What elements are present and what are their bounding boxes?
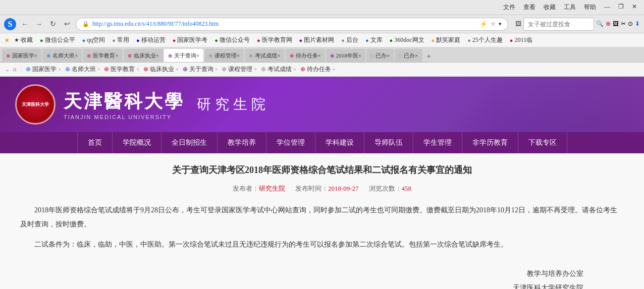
menu-file[interactable]: 文件 <box>500 2 518 13</box>
site-header: 天津医科大学 天津醫科大學 TIANJIN MEDICAL UNIVERSITY… <box>0 77 644 132</box>
title-bar: 文件 查看 收藏 工具 帮助 — ❐ ✕ <box>0 0 644 15</box>
menu-tools[interactable]: 工具 <box>561 2 579 13</box>
page-nav-mingshi[interactable]: ⊕ 名师大班 × <box>65 65 100 74</box>
window-minimize[interactable]: — <box>601 2 613 13</box>
bookmark-changyong[interactable]: ● 常用 <box>109 35 132 45</box>
undo-button[interactable]: ↩ <box>62 19 73 30</box>
graduate-school-title: 研究生院 <box>197 95 270 114</box>
menu-bookmarks[interactable]: 收藏 <box>541 2 559 13</box>
browser-logo: S <box>4 18 16 30</box>
tab-yiban2[interactable]: □ 已办× <box>395 49 422 62</box>
page-nav-daiban[interactable]: ⊕ 待办任务 × <box>300 65 336 74</box>
university-logo: 天津医科大学 <box>15 84 56 125</box>
url-text: http://gs.tmu.edu.cn/s/41/t/880/9f/77/in… <box>92 20 476 28</box>
search-area: 🖼 🔍 ⊕ 🖼 ✂ ⊙ ⬇ <box>515 18 640 31</box>
bookmark-25[interactable]: ● 25个人生趣 <box>464 35 506 45</box>
nav-discipline[interactable]: 学科建设 <box>315 132 364 153</box>
window-close[interactable]: ✕ <box>629 2 640 13</box>
page-nav-linchuang[interactable]: ⊕ 临床执业 × <box>143 65 179 74</box>
page-nav-kaoshi[interactable]: ⊕ 考试成绩 × <box>261 65 296 74</box>
nav-teaching[interactable]: 教学培养 <box>218 132 266 153</box>
views-label: 浏览次数：458 <box>369 184 412 193</box>
menu-view[interactable]: 查看 <box>520 2 539 13</box>
main-navigation: 首页 学院概况 全日制招生 教学培养 学位管理 学科建设 导师队伍 学生管理 非… <box>0 132 644 153</box>
bookmarks-bar: ★ ★ 收藏 ● 微信公众平 ● qq空间 ● 常用 ● 移动运营 ● 国家医学… <box>0 33 644 47</box>
bookmark-yixue[interactable]: ● 医学教育网 <box>254 35 295 45</box>
bookmark-wenku[interactable]: ● 文库 <box>362 35 386 45</box>
nav-tutors[interactable]: 导师队伍 <box>364 132 413 153</box>
university-en-name: TIANJIN MEDICAL UNIVERSITY <box>64 114 185 120</box>
tab-yixue[interactable]: ⊕ 医学教育× <box>83 49 122 62</box>
tab-mingshi[interactable]: ⊕ 名师大班× <box>42 49 82 62</box>
bookmark-qq[interactable]: ● qq空间 <box>79 35 109 45</box>
nav-overview[interactable]: 学院概况 <box>113 132 162 153</box>
secondary-nav-bar: » ⌂ | ⊕ 国家医学 × ⊕ 名师大班 × ⊕ 医学教育 × ⊕ 临床执业 … <box>0 63 644 77</box>
menu-help[interactable]: 帮助 <box>581 2 599 13</box>
bookmark-shoucan[interactable]: ★ 收藏 <box>11 35 36 45</box>
nav-students[interactable]: 学生管理 <box>413 132 462 153</box>
publisher-value: 研究生院 <box>259 185 285 192</box>
forward-button[interactable]: → <box>33 19 44 30</box>
bookmark-weixin2[interactable]: ● 微信公众号 <box>211 35 253 45</box>
article-title: 关于查询天津考区2018年医师资格综合笔试结果和二试报名有关事宜的通知 <box>20 163 624 177</box>
signature-line1: 教学与培养办公室 <box>20 267 583 281</box>
page-nav-guojia[interactable]: ⊕ 国家医学 × <box>26 65 61 74</box>
page-nav-home[interactable]: ⌂ <box>13 66 17 73</box>
tab-daiban[interactable]: ⊕ 待办任务× <box>286 49 325 62</box>
tab-yiban1[interactable]: □ 已办× <box>366 49 394 62</box>
bookmark-moxiao[interactable]: ● 默笑家庭 <box>428 35 464 45</box>
date-value: 2018-09-27 <box>328 185 359 192</box>
tab-kaoshi[interactable]: ⊕ 考试成绩× <box>245 49 284 62</box>
browser-toolbar: S ← → ↻ ↩ 🔒 http://gs.tmu.edu.cn/s/41/t/… <box>0 15 644 33</box>
page-nav-yixue[interactable]: ⊕ 医学教育 × <box>104 65 139 74</box>
tab-guanyu-active[interactable]: ⊕ 关于查询× <box>164 49 203 62</box>
bookmark-houtai[interactable]: ● 后台 <box>338 35 361 45</box>
article-body-paragraph2: 二试条件为：临床，临助，中医，中医助。第一次综合笔试未过且无违纪违规行为的考生可… <box>20 238 624 252</box>
nav-degree[interactable]: 学位管理 <box>266 132 315 153</box>
search-input[interactable] <box>523 18 594 31</box>
signature-line2: 天津医科大学研究生院 <box>20 281 583 289</box>
page-nav-kecheng[interactable]: ⊕ 课程管理 × <box>222 65 257 74</box>
article-meta: 发布者：研究生院 发布时间：2018-09-27 浏览次数：458 <box>20 184 624 193</box>
bookmark-tupian[interactable]: ● 图片素材网 <box>296 35 338 45</box>
tab-linchuang[interactable]: ⊕ 临床执业× <box>124 49 163 62</box>
bookmark-weixin[interactable]: ● 微信公众平 <box>37 35 78 45</box>
bookmark-yidong[interactable]: ● 移动运营 <box>133 35 169 45</box>
header-title-block: 天津醫科大學 TIANJIN MEDICAL UNIVERSITY <box>64 89 185 120</box>
title-bar-menu[interactable]: 文件 查看 收藏 工具 帮助 — ❐ ✕ <box>500 2 640 13</box>
nav-home[interactable]: 首页 <box>77 132 113 153</box>
tab-kecheng[interactable]: ⊕ 课程管理× <box>204 49 244 62</box>
nav-download[interactable]: 下载专区 <box>518 132 567 153</box>
new-tab-button[interactable]: + <box>423 51 435 62</box>
page-nav-guanyu[interactable]: ⊕ 关于查询 × <box>183 65 218 74</box>
nav-nondegree[interactable]: 非学历教育 <box>462 132 518 153</box>
back-button[interactable]: ← <box>19 19 30 30</box>
bookmark-guojia[interactable]: ● 国家医学考 <box>170 35 211 45</box>
tabs-bar: ⊕ 国家医学× ⊕ 名师大班× ⊕ 医学教育× ⊕ 临床执业× ⊕ 关于查询× … <box>0 47 644 63</box>
refresh-button[interactable]: ↻ <box>47 19 59 30</box>
tab-2018[interactable]: ⊕ 2018年医× <box>326 49 365 62</box>
address-bar[interactable]: 🔒 http://gs.tmu.edu.cn/s/41/t/880/9f/77/… <box>76 18 508 31</box>
date-label: 发布时间：2018-09-27 <box>295 184 359 193</box>
tab-guojia[interactable]: ⊕ 国家医学× <box>2 49 41 62</box>
publisher-label: 发布者：研究生院 <box>233 184 285 193</box>
bookmark-2011[interactable]: ● 2011临 <box>507 35 535 45</box>
nav-enrollment[interactable]: 全日制招生 <box>162 132 218 153</box>
content-area: 关于查询天津考区2018年医师资格综合笔试结果和二试报名有关事宜的通知 发布者：… <box>0 153 644 289</box>
university-cn-name: 天津醫科大學 <box>64 89 185 114</box>
views-value: 458 <box>402 185 412 192</box>
bookmark-360doc[interactable]: ● 360doc网文 <box>387 35 427 45</box>
window-restore[interactable]: ❐ <box>615 2 627 13</box>
article-body-paragraph1: 2018年医师资格综合笔试成绩将于9月28日公布，考生可登录国家医学考试中心网站… <box>20 203 624 232</box>
article-signature: 教学与培养办公室 天津医科大学研究生院 2018年9月27日 <box>20 267 624 289</box>
